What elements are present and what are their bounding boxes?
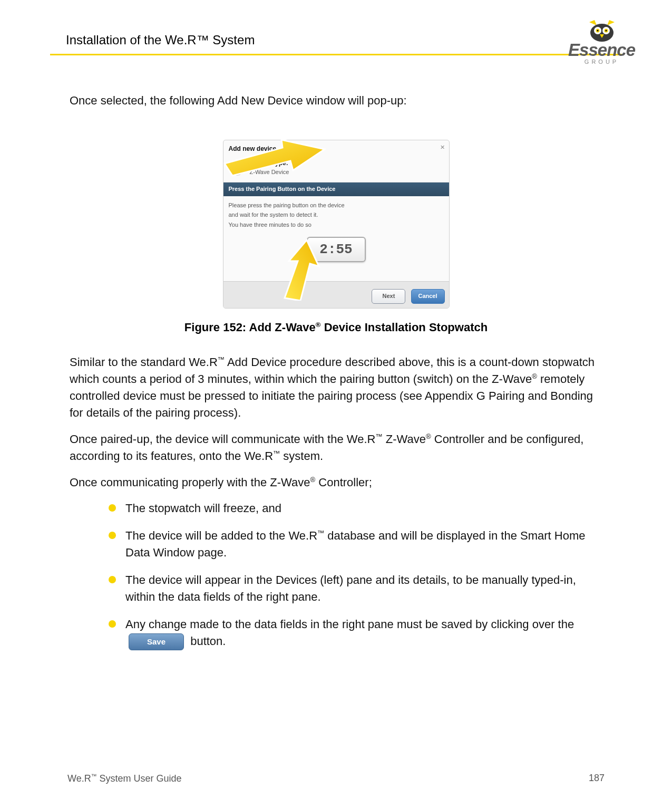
save-button[interactable]: Save — [129, 633, 184, 650]
page-number: 187 — [589, 773, 605, 784]
next-button[interactable]: Next — [372, 289, 405, 304]
bullet-list: The stopwatch will freeze, and The devic… — [109, 500, 602, 650]
callout-arrow-icon — [269, 237, 322, 301]
list-item: The device will be added to the We.R™ da… — [109, 527, 602, 561]
list-item: Any change made to the data fields in th… — [109, 616, 602, 650]
brand-logo-text: Essence — [568, 40, 635, 60]
page-section-title: Installation of the We.R™ System — [66, 33, 255, 47]
figure-caption: Figure 152: Add Z-Wave® Device Installat… — [70, 319, 602, 336]
svg-marker-8 — [285, 240, 319, 301]
page-footer: We.R™ System User Guide 187 — [50, 773, 622, 784]
dialog-body: Please press the pairing button on the d… — [223, 196, 449, 282]
dialog-step-banner: Press the Pairing Button on the Device — [223, 182, 449, 196]
list-item: The stopwatch will freeze, and — [109, 500, 602, 517]
dialog-body-line: and wait for the system to detect it. — [229, 211, 444, 219]
footer-doc-title: We.R™ System User Guide — [67, 773, 182, 784]
brand-logo-subtext: GROUP — [585, 59, 619, 65]
intro-paragraph: Once selected, the following Add New Dev… — [70, 92, 602, 109]
dialog-body-line: You have three minutes to do so — [229, 221, 444, 229]
brand-logo: Essence GROUP — [568, 19, 635, 65]
dialog-body-line: Please press the pairing button on the d… — [229, 201, 444, 210]
body-paragraph: Once communicating properly with the Z-W… — [70, 474, 602, 491]
list-item: The device will appear in the Devices (l… — [109, 572, 602, 605]
dialog-footer: Next Cancel — [223, 281, 449, 308]
svg-marker-7 — [225, 140, 325, 176]
cancel-button[interactable]: Cancel — [411, 289, 445, 304]
svg-point-6 — [605, 30, 607, 32]
body-paragraph: Similar to the standard We.R™ Add Device… — [70, 354, 602, 421]
svg-point-0 — [590, 24, 613, 42]
svg-point-5 — [597, 30, 598, 32]
callout-arrow-icon — [219, 134, 335, 177]
body-paragraph: Once paired-up, the device will communic… — [70, 431, 602, 465]
owl-icon — [585, 19, 619, 42]
dialog-close-icon[interactable]: ✕ — [440, 143, 445, 152]
